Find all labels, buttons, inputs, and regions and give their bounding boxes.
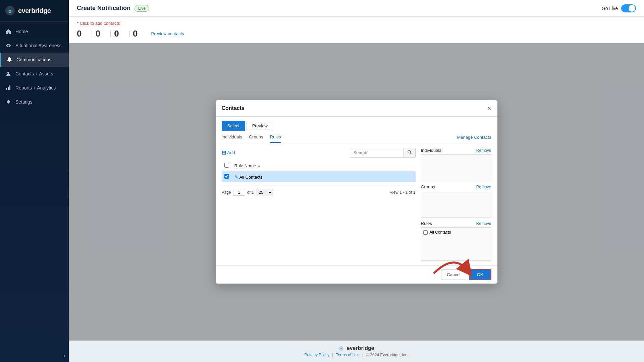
preview-contacts-link[interactable]: Preview contacts [151, 31, 184, 36]
column-rule-name: Rule Name ▲ [232, 161, 416, 171]
go-live-toggle[interactable] [621, 4, 636, 12]
sidebar-nav: Home Situational Awareness Communication… [0, 22, 69, 350]
table-header-row: Rule Name ▲ [222, 161, 416, 171]
sub-tab-individuals[interactable]: Individuals [222, 134, 242, 143]
sub-tab-groups[interactable]: Groups [249, 134, 263, 143]
go-live-label: Go Live [602, 6, 618, 11]
home-icon [5, 28, 11, 35]
pagination-left: Page of 1 25 10 50 100 [222, 189, 273, 196]
stat-value-3: 0 [133, 28, 138, 39]
collapse-button[interactable]: ‹ [63, 352, 65, 359]
sub-tabs: Individuals Groups Rules Manage Contacts [216, 131, 497, 143]
left-panel: ⊞ Add [222, 148, 416, 261]
row-checkbox-cell [222, 171, 232, 182]
groups-header: Groups Remove [421, 184, 491, 189]
person-icon [5, 71, 11, 77]
terms-of-use-link[interactable]: Terms of Use [336, 353, 360, 357]
page-title: Create Notification [77, 5, 130, 12]
rules-table: Rule Name ▲ [222, 161, 416, 182]
plus-icon: ⊞ [222, 149, 226, 156]
stat-item-1: 0 [96, 28, 107, 39]
stat-item-0: 0 [77, 28, 88, 39]
ok-button[interactable]: OK [469, 269, 491, 280]
footer-logo-icon [338, 346, 344, 351]
footer-sep-2: | [362, 353, 363, 357]
sidebar-item-label: Settings [15, 99, 33, 105]
panel-section-groups: Groups Remove [421, 184, 491, 218]
sidebar-item-settings[interactable]: Settings [0, 95, 69, 109]
sidebar-item-situational-awareness[interactable]: Situational Awareness [0, 39, 69, 53]
modal-header: Contacts × [216, 100, 497, 117]
sidebar-logo-text: everbridge [18, 7, 51, 15]
bell-icon [6, 57, 12, 63]
view-range-label: View 1 - 1 of 1 [390, 190, 416, 195]
search-input[interactable] [350, 148, 404, 158]
tab-preview[interactable]: Preview [247, 121, 273, 131]
everbridge-logo-icon [5, 5, 15, 16]
panel-rule-checkbox[interactable] [423, 230, 428, 235]
chart-icon [5, 85, 11, 91]
live-badge: Live [135, 5, 149, 12]
tab-select[interactable]: Select [222, 121, 245, 131]
svg-rect-2 [6, 88, 7, 90]
sidebar-item-communications[interactable]: Communications [0, 53, 69, 67]
header-checkbox[interactable] [224, 163, 229, 168]
edit-icon[interactable]: ✎ [234, 174, 238, 180]
stat-item-3: 0 [133, 28, 144, 39]
footer-links: Privacy Policy | Terms of Use | © 2024 E… [73, 353, 639, 357]
sidebar-collapse[interactable]: ‹ [0, 350, 69, 362]
toggle-knob [629, 5, 635, 12]
stat-item-2: 0 [114, 28, 125, 39]
footer-logo: everbridge [73, 345, 639, 351]
modal-close-button[interactable]: × [487, 105, 491, 112]
panel-section-individuals: Individuals Remove [421, 148, 491, 181]
sidebar-item-contacts-assets[interactable]: Contacts + Assets [0, 67, 69, 81]
search-button[interactable] [404, 148, 416, 158]
footer: everbridge Privacy Policy | Terms of Use… [69, 341, 644, 362]
page-input[interactable] [233, 189, 245, 196]
cancel-button[interactable]: Cancel [441, 269, 466, 280]
footer-logo-text: everbridge [347, 345, 374, 351]
svg-point-1 [7, 72, 9, 74]
stat-divider-2: | [110, 30, 111, 38]
modal-title: Contacts [222, 105, 245, 111]
rule-name-header-text: Rule Name [234, 163, 256, 168]
eye-icon [5, 43, 11, 49]
groups-title: Groups [421, 184, 435, 189]
sidebar-logo: everbridge [0, 0, 69, 22]
rules-title: Rules [421, 221, 432, 226]
footer-sep-1: | [332, 353, 333, 357]
sidebar-item-home[interactable]: Home [0, 24, 69, 39]
row-checkbox[interactable] [224, 174, 229, 179]
individuals-remove-link[interactable]: Remove [476, 148, 491, 153]
row-rule-name-cell: ✎ All Contacts [232, 171, 416, 182]
groups-box [421, 191, 491, 218]
per-page-select[interactable]: 25 10 50 100 [256, 189, 273, 196]
rules-box: All Contacts [421, 227, 491, 261]
contacts-modal: Contacts × Select Preview Individuals Gr… [216, 100, 497, 284]
manage-contacts-link[interactable]: Manage Contacts [457, 135, 491, 142]
sidebar-item-label: Home [15, 29, 28, 34]
stat-value-2: 0 [114, 28, 119, 39]
sidebar-item-label: Situational Awareness [15, 43, 62, 48]
groups-remove-link[interactable]: Remove [476, 185, 491, 189]
sub-tab-rules[interactable]: Rules [270, 134, 281, 143]
sidebar: everbridge Home Situational Awareness Co… [0, 0, 69, 362]
modal-body: ⊞ Add [216, 143, 497, 265]
sidebar-item-label: Reports + Analytics [15, 85, 56, 90]
individuals-title: Individuals [421, 148, 441, 153]
search-row [350, 148, 416, 158]
table-body: ✎ All Contacts [222, 171, 416, 182]
add-button[interactable]: ⊞ Add [222, 149, 235, 156]
topbar-right: Go Live [602, 4, 636, 12]
modal-overlay: Contacts × Select Preview Individuals Gr… [69, 43, 644, 341]
individuals-box [421, 154, 491, 181]
privacy-policy-link[interactable]: Privacy Policy [305, 353, 330, 357]
notification-area: * Click to add contacts 0 | 0 | 0 | 0 Pr… [69, 17, 644, 43]
table-row[interactable]: ✎ All Contacts [222, 171, 416, 182]
stats-row: 0 | 0 | 0 | 0 Preview contacts [77, 28, 636, 39]
main-content: Create Notification Live Go Live * Click… [69, 0, 644, 362]
sidebar-item-reports-analytics[interactable]: Reports + Analytics [0, 81, 69, 95]
rules-remove-link[interactable]: Remove [476, 221, 491, 226]
panel-rule-label: All Contacts [430, 230, 451, 235]
